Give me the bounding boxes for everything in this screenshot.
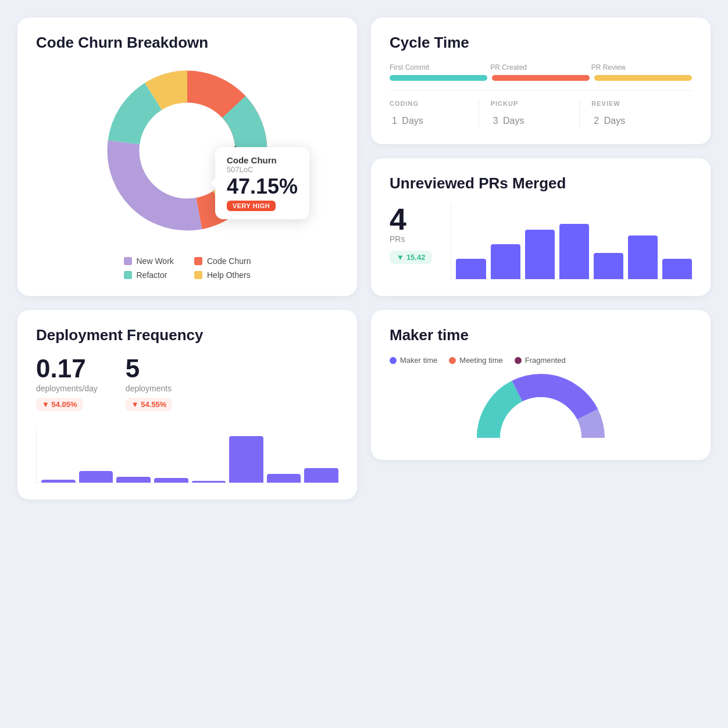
mini-bar xyxy=(79,471,113,483)
churn-tooltip: Code Churn 507LoC 47.15% VERY HIGH xyxy=(215,147,309,219)
legend-help-others: Help Others xyxy=(194,270,251,280)
maker-legend-fragmented: Fragmented xyxy=(515,356,566,365)
stage-labels: First Commit PR Created PR Review xyxy=(390,63,692,72)
maker-label: Maker time xyxy=(400,356,437,365)
prs-left: 4 PRs ▼ 15.42 xyxy=(390,204,432,264)
deployment-badge-1: ▼ 54.55% xyxy=(126,398,173,411)
donut-container: Code Churn 507LoC 47.15% VERY HIGH xyxy=(100,63,274,238)
stage-metrics: CODING 1 Days PICKUP 3 Days REVIEW xyxy=(390,90,692,128)
prs-title: Unreviewed PRs Merged xyxy=(390,174,692,192)
stage-name-pickup: PICKUP xyxy=(491,100,568,107)
code-churn-card: Code Churn Breakdown xyxy=(17,17,357,296)
mini-bar xyxy=(116,477,151,483)
fragmented-dot xyxy=(515,357,522,364)
svg-rect-10 xyxy=(477,438,605,444)
new-work-dot xyxy=(124,257,132,265)
pr-bar xyxy=(628,235,658,279)
pr-bar xyxy=(525,230,555,279)
new-work-label: New Work xyxy=(137,256,174,266)
mini-bar xyxy=(41,480,76,483)
stage-days-pickup: 3 Days xyxy=(491,109,568,128)
pr-bar xyxy=(491,244,520,279)
deployment-title: Deployment Frequency xyxy=(36,326,338,344)
fragmented-label: Fragmented xyxy=(525,356,566,365)
stage-bar-coding xyxy=(390,75,487,81)
pr-label: PRs xyxy=(390,234,432,244)
tooltip-percentage: 47.15% xyxy=(227,176,298,197)
stage-metric-review: REVIEW 2 Days xyxy=(591,100,680,128)
stage-label-2: PR Review xyxy=(591,63,692,72)
help-others-label: Help Others xyxy=(207,270,251,280)
maker-dot xyxy=(390,357,397,364)
mini-bar xyxy=(267,474,301,483)
donut-legend: New Work Code Churn Refactor Help Others xyxy=(124,256,251,280)
deployment-metrics: 0.17 deployments/day ▼ 54.05% 5 deployme… xyxy=(36,356,338,411)
code-churn-label: Code Churn xyxy=(207,256,251,266)
code-churn-dot xyxy=(194,257,202,265)
cycle-stages: First Commit PR Created PR Review CODING… xyxy=(390,63,692,128)
deployment-badge-0: ▼ 54.05% xyxy=(36,398,83,411)
refactor-label: Refactor xyxy=(137,270,167,280)
pr-bar xyxy=(662,259,692,279)
maker-time-title: Maker time xyxy=(390,326,692,344)
prs-card: Unreviewed PRs Merged 4 PRs ▼ 15.42 xyxy=(371,158,711,296)
tooltip-badge: VERY HIGH xyxy=(227,201,276,211)
maker-legend: Maker time Meeting time Fragmented xyxy=(390,356,692,365)
stage-days-review: 2 Days xyxy=(591,109,669,128)
tooltip-sublabel: 507LoC xyxy=(227,165,298,174)
donut-wrapper: Code Churn 507LoC 47.15% VERY HIGH New W… xyxy=(36,63,338,280)
mini-bar xyxy=(192,481,226,483)
stage-metric-pickup: PICKUP 3 Days xyxy=(491,100,580,128)
tooltip-label: Code Churn xyxy=(227,155,298,165)
refactor-dot xyxy=(124,271,132,279)
stage-bar-review xyxy=(594,75,692,81)
deployment-label-1: deployments xyxy=(126,384,173,393)
pr-bar xyxy=(559,224,589,279)
pr-bar xyxy=(594,253,623,279)
deployment-value-1: 5 xyxy=(126,356,173,381)
stage-name-coding: CODING xyxy=(390,100,467,107)
stage-label-0: First Commit xyxy=(390,63,490,72)
stage-name-review: REVIEW xyxy=(591,100,669,107)
legend-new-work: New Work xyxy=(124,256,181,266)
maker-legend-meeting: Meeting time xyxy=(449,356,502,365)
mini-bar xyxy=(154,478,188,483)
deployment-card: Deployment Frequency 0.17 deployments/da… xyxy=(17,310,357,499)
deployment-value-0: 0.17 xyxy=(36,356,98,381)
maker-donut-wrapper xyxy=(390,374,692,444)
legend-refactor: Refactor xyxy=(124,270,181,280)
stage-metric-coding: CODING 1 Days xyxy=(390,100,479,128)
stage-bar-pickup xyxy=(492,75,590,81)
help-others-dot xyxy=(194,271,202,279)
pr-bar xyxy=(456,259,486,279)
mini-bar xyxy=(229,436,263,483)
pr-trend-icon: ▼ xyxy=(397,253,404,262)
code-churn-title: Code Churn Breakdown xyxy=(36,34,338,52)
deployment-label-0: deployments/day xyxy=(36,384,98,393)
maker-time-card: Maker time Maker time Meeting time Fragm… xyxy=(371,310,711,460)
pr-count: 4 xyxy=(390,204,432,234)
stage-bars xyxy=(390,75,692,81)
deployment-metric-1: 5 deployments ▼ 54.55% xyxy=(126,356,173,411)
cycle-time-title: Cycle Time xyxy=(390,34,692,52)
pr-trend-value: 15.42 xyxy=(406,253,426,262)
mini-bar xyxy=(304,468,338,483)
prs-bar-chart xyxy=(451,204,692,280)
meeting-dot xyxy=(449,357,456,364)
maker-legend-maker: Maker time xyxy=(390,356,437,365)
deployment-metric-0: 0.17 deployments/day ▼ 54.05% xyxy=(36,356,98,411)
stage-label-1: PR Created xyxy=(490,63,591,72)
legend-code-churn: Code Churn xyxy=(194,256,251,266)
prs-content: 4 PRs ▼ 15.42 xyxy=(390,204,692,280)
meeting-label: Meeting time xyxy=(459,356,502,365)
maker-donut-chart xyxy=(477,374,605,444)
stage-days-coding: 1 Days xyxy=(390,109,467,128)
deployment-bar-chart xyxy=(36,425,338,483)
cycle-time-card: Cycle Time First Commit PR Created PR Re… xyxy=(371,17,711,144)
pr-trend-badge: ▼ 15.42 xyxy=(390,251,432,264)
